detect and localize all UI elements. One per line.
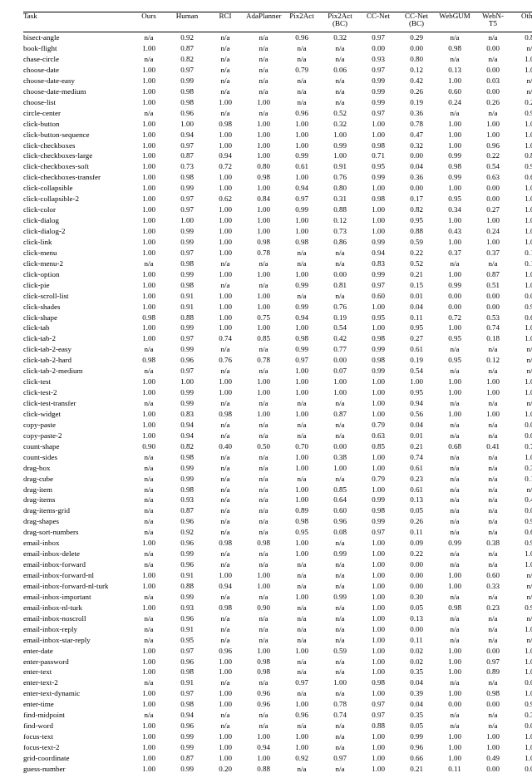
value-cell: n/a [130,462,168,473]
value-cell: 0.01 [512,505,532,516]
value-cell: n/a [283,86,321,97]
value-cell: 1.00 [512,387,532,398]
value-cell: 0.60 [474,570,512,581]
value-cell: n/a [321,97,359,108]
value-cell: 0.94 [283,312,321,322]
value-cell: 0.99 [359,97,397,108]
value-cell: 0.99 [283,150,321,161]
value-cell: 0.07 [321,366,359,377]
value-cell: 0.92 [283,753,321,764]
value-cell: n/a [436,462,474,473]
value-cell: 0.97 [168,333,206,344]
value-cell: 0.98 [283,333,321,344]
value-cell: 1.00 [321,129,359,140]
value-cell: n/a [244,721,283,731]
value-cell: n/a [206,721,244,731]
value-cell: n/a [436,516,474,527]
value-cell: n/a [474,495,512,505]
col-pix2act: Pix2Act [283,12,321,32]
value-cell: 0.95 [283,527,321,538]
value-cell: 0.82 [168,441,206,452]
value-cell: 0.98 [168,451,206,462]
value-cell: 1.00 [512,559,532,570]
value-cell: 0.08 [321,527,359,538]
value-cell: n/a [474,107,512,118]
value-cell: n/a [283,559,321,570]
task-name: enter-text-dynamic [23,688,130,699]
value-cell: 0.00 [397,570,436,581]
value-cell: n/a [206,592,244,603]
value-cell: 0.76 [206,355,244,366]
value-cell: 1.00 [206,237,244,248]
value-cell: 0.96 [168,107,206,118]
value-cell: n/a [474,451,512,462]
value-cell: n/a [512,43,532,54]
value-cell: 1.00 [512,140,532,150]
value-cell: n/a [436,344,474,355]
value-cell: n/a [474,527,512,538]
task-name: click-test-2 [23,387,130,398]
value-cell: 0.68 [436,441,474,452]
table-row: enter-text1.000.981.000.98n/an/a1.000.35… [23,667,532,677]
value-cell: 1.00 [244,387,283,398]
value-cell: n/a [474,258,512,269]
value-cell: 0.97 [321,753,359,764]
value-cell: 0.18 [512,473,532,484]
value-cell: 1.00 [283,462,321,473]
value-cell: n/a [283,420,321,431]
task-name: circle-center [23,107,130,118]
value-cell: 0.11 [397,527,436,538]
value-cell: 0.35 [397,710,436,721]
value-cell: 1.00 [436,269,474,280]
value-cell: 0.23 [474,603,512,613]
value-cell: 0.27 [397,333,436,344]
value-cell: 0.64 [512,172,532,183]
value-cell: 0.18 [474,333,512,344]
value-cell: n/a [244,76,283,86]
value-cell: 1.00 [436,118,474,129]
value-cell: 1.00 [244,97,283,108]
value-cell: n/a [244,462,283,473]
value-cell: n/a [130,258,168,269]
value-cell: n/a [244,677,283,688]
table-row: click-dialog-21.000.991.001.001.000.731.… [23,226,532,237]
value-cell: 0.00 [512,420,532,431]
value-cell: n/a [130,710,168,721]
value-cell: 0.00 [474,645,512,656]
value-cell: 1.00 [283,731,321,742]
value-cell: 1.00 [283,495,321,505]
value-cell: 0.98 [436,603,474,613]
value-cell: n/a [206,516,244,527]
value-cell: 0.94 [512,161,532,172]
value-cell: n/a [512,592,532,603]
task-name: click-collapsible [23,183,130,194]
value-cell: 1.00 [206,656,244,667]
value-cell: 0.97 [359,65,397,76]
value-cell: n/a [474,398,512,409]
value-cell: 0.97 [168,140,206,150]
value-cell: n/a [206,344,244,355]
value-cell: 0.98 [168,279,206,290]
value-cell: 0.98 [283,516,321,527]
task-name: count-shape [23,441,130,452]
value-cell: 1.00 [283,118,321,129]
task-name: click-color [23,204,130,215]
value-cell: 0.99 [436,279,474,290]
value-cell: 0.98 [436,161,474,172]
value-cell: 1.00 [359,570,397,581]
value-cell: 0.64 [512,312,532,322]
value-cell: 1.00 [359,667,397,677]
value-cell: 0.97 [168,248,206,258]
value-cell: 0.94 [206,581,244,592]
task-name: drag-shapes [23,516,130,527]
task-name: find-midpoint [23,710,130,721]
col-ccnet_bc: CC-Net(BC) [397,12,436,32]
value-cell: 0.33 [474,581,512,592]
value-cell: 0.38 [474,538,512,549]
value-cell: n/a [206,107,244,118]
value-cell: 1.00 [206,387,244,398]
value-cell: 0.04 [397,161,436,172]
task-name: grid-coordinate [23,753,130,764]
value-cell: 0.04 [397,677,436,688]
value-cell: 1.00 [130,43,168,54]
